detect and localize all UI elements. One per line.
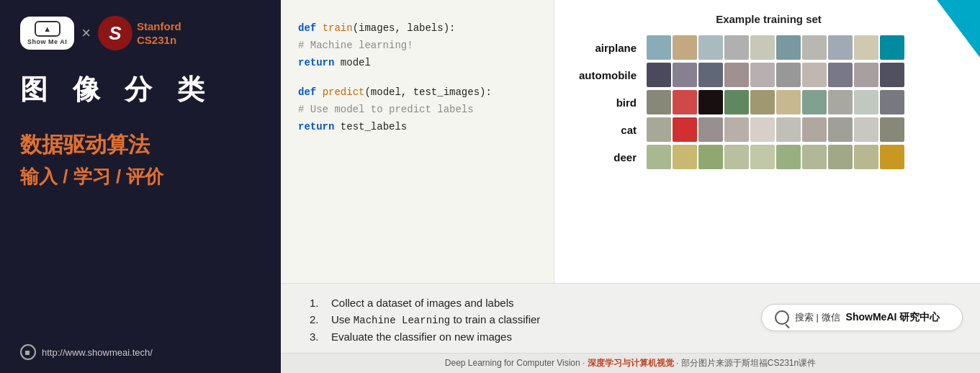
footer-text-cn: 深度学习与计算机视觉	[588, 358, 674, 368]
img-bird-9	[854, 90, 878, 114]
img-auto-1	[647, 63, 671, 87]
footer-bar: Deep Learning for Computer Vision · 深度学习…	[281, 353, 980, 373]
sidebar: Show Me AI × S Stanford CS231n 图 像 分 类 数…	[0, 0, 281, 373]
training-row-bird: bird	[572, 90, 966, 114]
step-text-2: Use Machine Learning to train a classifi…	[331, 313, 540, 326]
img-auto-3	[698, 63, 723, 87]
showmeai-text: Show Me AI	[27, 38, 67, 45]
img-bird-8	[828, 90, 853, 114]
img-airplane-9	[854, 35, 878, 60]
training-grid: airplane automobile	[572, 35, 966, 169]
step-text-3: Evaluate the classifier on new images	[331, 331, 512, 343]
stanford-s-icon: S	[98, 16, 132, 50]
img-deer-2	[673, 145, 697, 169]
cross-symbol: ×	[81, 24, 91, 42]
img-airplane-1	[647, 35, 671, 60]
img-deer-10	[880, 145, 904, 169]
footer-dot1: ·	[583, 358, 585, 368]
img-cat-10	[880, 117, 904, 142]
img-auto-5	[750, 63, 775, 87]
img-auto-6	[776, 63, 801, 87]
img-airplane-3	[698, 35, 723, 60]
label-bird: bird	[572, 96, 644, 109]
img-deer-6	[776, 145, 801, 169]
stanford-course: CS231n	[137, 33, 176, 48]
img-bird-4	[724, 90, 749, 114]
subtitle-line1: 数据驱动算法	[20, 127, 261, 162]
step-num-2: 2.	[310, 313, 323, 325]
step-num-3: 3.	[310, 331, 323, 343]
img-deer-5	[750, 145, 775, 169]
img-cat-9	[854, 117, 878, 142]
training-row-airplane: airplane	[572, 35, 966, 60]
chinese-title: 图 像 分 类	[20, 72, 261, 107]
img-airplane-8	[828, 35, 853, 60]
img-deer-4	[724, 145, 749, 169]
img-auto-4	[724, 63, 749, 87]
img-auto-10	[880, 63, 904, 87]
img-bird-6	[776, 90, 801, 114]
stanford-logo: S Stanford CS231n	[98, 16, 181, 50]
img-cat-3	[698, 117, 723, 142]
search-box[interactable]: 搜索 | 微信 ShowMeAI 研究中心	[761, 304, 963, 331]
logo-row: Show Me AI × S Stanford CS231n	[20, 16, 261, 50]
automobile-images	[647, 63, 904, 87]
img-airplane-2	[673, 35, 697, 60]
img-deer-1	[647, 145, 671, 169]
img-deer-3	[698, 145, 723, 169]
search-wechat-label: 搜索 | 微信	[795, 311, 840, 324]
img-airplane-7	[802, 35, 827, 60]
img-airplane-10	[880, 35, 904, 60]
bird-images	[647, 90, 904, 114]
img-auto-8	[828, 63, 853, 87]
img-airplane-6	[776, 35, 801, 60]
training-title: Example training set	[572, 13, 966, 25]
training-panel: Example training set airplane	[554, 0, 980, 283]
img-bird-1	[647, 90, 671, 114]
training-row-automobile: automobile	[572, 63, 966, 87]
label-automobile: automobile	[572, 69, 644, 81]
top-section: def train(images, labels): # Machine lea…	[281, 0, 980, 283]
stanford-text-block: Stanford CS231n	[137, 19, 181, 48]
deer-images	[647, 145, 904, 169]
airplane-images	[647, 35, 904, 60]
code-panel: def train(images, labels): # Machine lea…	[281, 0, 554, 283]
stanford-name: Stanford	[137, 19, 181, 34]
img-airplane-4	[724, 35, 749, 60]
img-bird-7	[802, 90, 827, 114]
subtitle-line2: 输入 / 学习 / 评价	[20, 162, 261, 192]
training-row-deer: deer	[572, 145, 966, 169]
showmeai-icon	[35, 21, 60, 37]
footer-dot2: ·	[676, 358, 678, 368]
img-cat-7	[802, 117, 827, 142]
img-deer-9	[854, 145, 878, 169]
img-deer-7	[802, 145, 827, 169]
img-cat-8	[828, 117, 853, 142]
website-url: http://www.showmeai.tech/	[42, 347, 153, 358]
img-cat-4	[724, 117, 749, 142]
step-3: 3. Evaluate the classifier on new images	[310, 331, 958, 343]
img-cat-6	[776, 117, 801, 142]
step-text-1: Collect a dataset of images and labels	[331, 297, 513, 309]
img-bird-3	[698, 90, 723, 114]
bottom-section: 1. Collect a dataset of images and label…	[281, 283, 980, 353]
training-row-cat: cat	[572, 117, 966, 142]
website-link[interactable]: ◆ http://www.showmeai.tech/	[20, 344, 261, 360]
main-content: def train(images, labels): # Machine lea…	[281, 0, 980, 373]
showmeai-logo: Show Me AI	[20, 17, 74, 50]
img-airplane-5	[750, 35, 775, 60]
footer-text-en: Deep Learning for Computer Vision	[445, 358, 580, 368]
footer-text-source: 部分图片来源于斯坦福CS231n课件	[681, 358, 816, 368]
img-cat-5	[750, 117, 775, 142]
search-brand: ShowMeAI 研究中心	[846, 311, 940, 324]
subtitle-block: 数据驱动算法 输入 / 学习 / 评价	[20, 127, 261, 192]
cat-images	[647, 117, 904, 142]
img-deer-8	[828, 145, 853, 169]
img-bird-5	[750, 90, 775, 114]
label-airplane: airplane	[572, 42, 644, 54]
label-cat: cat	[572, 124, 644, 136]
img-cat-2	[673, 117, 697, 142]
img-auto-7	[802, 63, 827, 87]
img-bird-2	[673, 90, 697, 114]
img-cat-1	[647, 117, 671, 142]
